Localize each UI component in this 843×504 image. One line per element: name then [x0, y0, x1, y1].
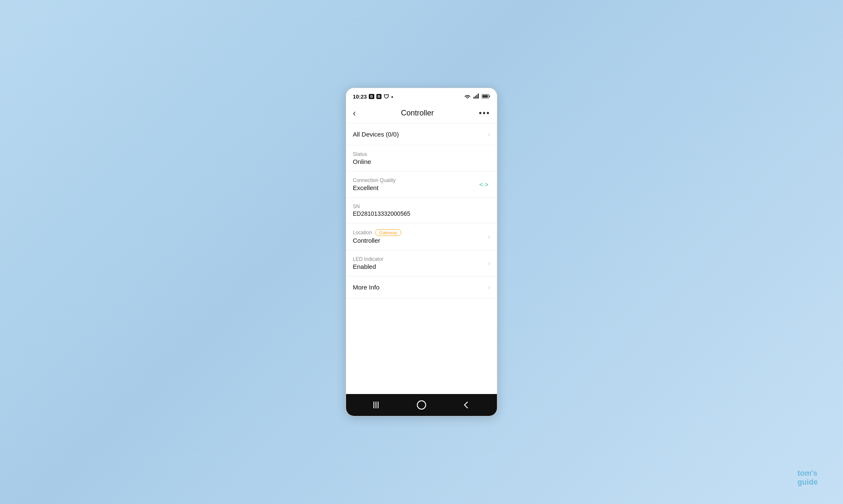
connection-quality-left: Connection Quality Excellent	[353, 177, 395, 191]
status-value: Online	[353, 158, 371, 165]
more-info-row[interactable]: More Info ›	[346, 276, 497, 298]
status-row: Status Online	[346, 145, 497, 172]
nav-home-button[interactable]	[413, 397, 430, 413]
led-indicator-value: Enabled	[353, 263, 384, 270]
sn-left: SN ED281013332000565	[353, 204, 410, 217]
sn-row: SN ED281013332000565	[346, 198, 497, 223]
led-indicator-chevron-icon: ›	[488, 260, 490, 267]
location-row[interactable]: Location Gateway Controller ›	[346, 223, 497, 250]
watermark-line1: tom's	[797, 469, 818, 478]
svg-rect-6	[483, 95, 488, 97]
watermark-line2: guide	[797, 478, 818, 487]
svg-rect-10	[378, 402, 379, 408]
svg-rect-5	[489, 95, 490, 97]
svg-rect-1	[475, 96, 476, 99]
nav-back-button[interactable]	[458, 397, 475, 413]
bb-icon-1: B	[369, 94, 374, 99]
battery-icon	[482, 94, 490, 100]
svg-rect-2	[476, 95, 478, 99]
status-bar-right	[464, 94, 490, 100]
signal-icon	[473, 94, 479, 100]
status-bar-left: 10:23 B B 🛡 •	[353, 94, 393, 100]
led-indicator-left: LED Indicator Enabled	[353, 256, 384, 270]
location-chevron-icon: ›	[488, 233, 490, 241]
all-devices-chevron-icon: ›	[488, 131, 490, 138]
svg-text:<·>: <·>	[479, 181, 489, 188]
content-area: All Devices (0/0) › Status Online Connec…	[346, 123, 497, 394]
more-button[interactable]: •••	[479, 108, 490, 118]
time-label: 10:23	[353, 94, 367, 100]
connection-quality-row: Connection Quality Excellent <·>	[346, 172, 497, 198]
status-bar: 10:23 B B 🛡 •	[346, 88, 497, 103]
svg-rect-3	[478, 94, 479, 99]
dot-label: •	[391, 94, 393, 100]
top-nav: ‹ Controller •••	[346, 103, 497, 123]
svg-rect-0	[473, 97, 475, 99]
nav-menu-button[interactable]	[368, 397, 385, 413]
location-value: Controller	[353, 237, 401, 244]
gateway-badge: Gateway	[375, 229, 401, 236]
status-label: Status	[353, 151, 371, 157]
connection-quality-icon: <·>	[478, 181, 490, 188]
sn-value: ED281013332000565	[353, 210, 410, 217]
more-info-chevron-icon: ›	[488, 284, 490, 291]
phone-frame: 10:23 B B 🛡 •	[346, 88, 497, 416]
watermark: tom's guide	[797, 469, 818, 487]
led-indicator-label: LED Indicator	[353, 256, 384, 262]
all-devices-row[interactable]: All Devices (0/0) ›	[346, 123, 497, 145]
location-left: Location Gateway Controller	[353, 229, 401, 244]
connection-quality-value: Excellent	[353, 184, 395, 191]
bb-icon-2: B	[376, 94, 382, 99]
svg-rect-8	[373, 402, 374, 408]
nav-bar	[346, 394, 497, 416]
location-header: Location Gateway	[353, 229, 401, 236]
svg-rect-9	[376, 402, 376, 408]
all-devices-label: All Devices (0/0)	[353, 131, 399, 138]
wifi-icon	[464, 94, 471, 100]
home-circle-icon	[417, 400, 426, 410]
status-left: Status Online	[353, 151, 371, 165]
more-info-label: More Info	[353, 284, 379, 291]
sn-label: SN	[353, 204, 410, 209]
shield-icon: 🛡	[384, 94, 389, 100]
location-label: Location	[353, 230, 372, 236]
connection-quality-label: Connection Quality	[353, 177, 395, 183]
page-title: Controller	[401, 109, 434, 118]
back-button[interactable]: ‹	[353, 109, 356, 118]
led-indicator-row[interactable]: LED Indicator Enabled ›	[346, 250, 497, 276]
